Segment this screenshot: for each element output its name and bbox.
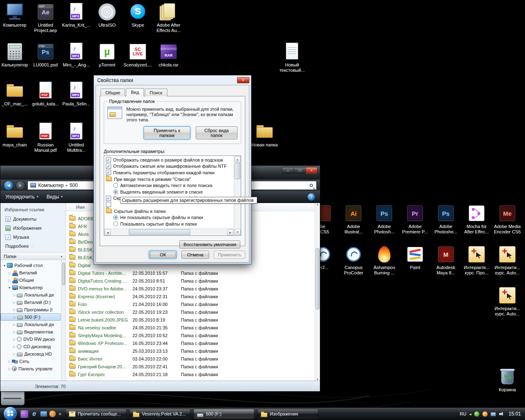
desktop-icon[interactable]: RARchkola.rar bbox=[154, 42, 183, 68]
tree-expander-icon[interactable]: ▷ bbox=[7, 367, 12, 371]
hscrollbar-thumb[interactable] bbox=[129, 229, 190, 235]
desktop-icon[interactable]: Интеракти... курс. Auto... bbox=[493, 286, 522, 317]
desktop-icon[interactable]: SSkype bbox=[123, 2, 153, 28]
desktop-icon[interactable]: ♪MP3Untitled Multitra... bbox=[62, 122, 91, 153]
cancel-button[interactable]: Отмена bbox=[181, 251, 209, 259]
taskbar-task[interactable]: Изображения bbox=[258, 409, 318, 419]
apply-to-folders-button[interactable]: Применить к папкам bbox=[144, 126, 190, 139]
tree-item[interactable]: ▷Программы (l bbox=[0, 306, 61, 313]
desktop-icon[interactable]: Интеракти... курс. Auto... bbox=[493, 245, 522, 276]
tree-item[interactable]: ▷Общие bbox=[0, 276, 61, 284]
radio-button[interactable] bbox=[113, 215, 118, 220]
desktop-icon[interactable]: Canopus ProCoder bbox=[339, 245, 368, 276]
advanced-option[interactable]: Показывать скрытые файлы и папки bbox=[105, 221, 234, 227]
clock[interactable]: 15:01 bbox=[509, 411, 521, 417]
maximize-button[interactable]: □ bbox=[294, 167, 306, 174]
radio-button[interactable] bbox=[113, 189, 118, 194]
tree-scrollbar[interactable] bbox=[61, 260, 66, 381]
minimize-button[interactable]: – bbox=[282, 167, 294, 174]
tree-expander-icon[interactable]: ▷ bbox=[12, 315, 17, 319]
advanced-option[interactable]: Выделять введенный элемент в списке bbox=[105, 189, 234, 195]
tree-item[interactable]: ▾Компьютер bbox=[0, 284, 61, 291]
tree-expander-icon[interactable]: ▾ bbox=[7, 286, 12, 290]
tree-item[interactable]: ▷Сеть bbox=[0, 358, 61, 365]
checkbox[interactable]: ✓ bbox=[106, 164, 111, 169]
radio-button[interactable] bbox=[113, 221, 118, 226]
tree-expander-icon[interactable]: ▷ bbox=[12, 338, 17, 341]
checkbox[interactable]: ✓ bbox=[106, 157, 111, 162]
desktop-icon[interactable]: MeAdobe Media Encoder CS5 bbox=[493, 204, 522, 235]
tree-expander-icon[interactable]: ▷ bbox=[12, 301, 17, 304]
tab-general[interactable]: Общие bbox=[100, 89, 125, 96]
vscrollbar-thumb[interactable] bbox=[235, 163, 240, 179]
desktop-icon[interactable]: Paint bbox=[400, 245, 430, 270]
quicklaunch-overflow-icon[interactable]: » bbox=[59, 411, 62, 417]
favorites-item[interactable]: Изображения bbox=[0, 224, 66, 233]
desktop-icon[interactable]: ♪MP3Paula_Selin... bbox=[62, 81, 91, 107]
organize-button[interactable]: Упорядочить ▾ bbox=[5, 194, 38, 200]
tab-view[interactable]: Вид bbox=[126, 88, 144, 96]
file-row[interactable]: SimplyMaya Modeling...22.05.2010 10:52Па… bbox=[66, 331, 315, 339]
file-row[interactable]: Григорий Бочаров 20...20.05.2010 22:41Па… bbox=[66, 363, 315, 370]
taskbar-task[interactable]: Vesenniy.Polet.VA.2... bbox=[130, 409, 190, 419]
restore-defaults-button[interactable]: Восстановить умолчания bbox=[179, 240, 240, 249]
taskbar-task[interactable]: Прочитать сообще... bbox=[66, 409, 126, 419]
tree-item[interactable]: ▷Виталий (D:) bbox=[0, 299, 61, 306]
tree-expander-icon[interactable]: ▷ bbox=[12, 293, 17, 297]
internet-explorer-icon[interactable]: e bbox=[30, 410, 38, 418]
desktop-icon[interactable]: maya_chain bbox=[0, 122, 30, 148]
file-row[interactable]: Гурт Експрес24.05.2010 21:18Папка с файл… bbox=[66, 370, 315, 378]
language-indicator[interactable]: RU bbox=[460, 411, 466, 416]
file-row[interactable]: DigitalTutors.Creating ...22.05.2010 8:5… bbox=[66, 277, 315, 285]
desktop-icon[interactable]: PrAdobe Premiere P... bbox=[400, 204, 430, 235]
tree-expander-icon[interactable]: ▷ bbox=[12, 345, 17, 349]
desktop-icon[interactable]: Калькулятор bbox=[0, 42, 30, 68]
tray-display-icon[interactable] bbox=[491, 412, 496, 416]
desktop-icon[interactable]: Adobe After Effects Au... bbox=[154, 2, 183, 33]
list-scrollbar-thumb[interactable] bbox=[315, 248, 320, 310]
tree-expander-icon[interactable]: ▷ bbox=[7, 278, 12, 282]
quicklaunch-app-icon[interactable] bbox=[21, 410, 28, 418]
desktop-icon[interactable]: PDFgolubi_kata... bbox=[31, 81, 60, 107]
tray-expand-icon[interactable]: ◂ bbox=[469, 412, 471, 416]
desktop-icon[interactable]: AeAEPUntitled Project.aep bbox=[31, 2, 60, 33]
scroll-up-icon[interactable]: ▲ bbox=[235, 156, 241, 162]
desktop-icon[interactable]: Корзина bbox=[493, 367, 522, 393]
start-button[interactable] bbox=[3, 406, 17, 420]
checkbox[interactable]: ✓ bbox=[106, 170, 111, 175]
tree-item[interactable]: ▷Локальный ди bbox=[0, 321, 61, 328]
close-icon[interactable]: × bbox=[237, 77, 249, 83]
desktop-icon[interactable]: µµTorrent bbox=[92, 42, 122, 68]
dialog-titlebar[interactable]: Свойства папки × bbox=[94, 75, 251, 84]
advanced-option[interactable]: Не показывать скрытые файлы и папки bbox=[105, 214, 234, 221]
desktop-icon[interactable]: _OF_mac_... bbox=[0, 81, 30, 107]
file-row[interactable]: Windows XP Professio...16.05.2010 23:44П… bbox=[66, 339, 315, 347]
scroll-left-icon[interactable]: ◀ bbox=[105, 229, 111, 235]
scroll-right-icon[interactable]: ▶ bbox=[227, 229, 233, 235]
desktop-icon[interactable]: PsPSDLU0001.psd bbox=[31, 42, 60, 68]
breadcrumb-leaf[interactable]: 500 bbox=[70, 183, 78, 188]
tree-item[interactable]: ▷500 (F:) bbox=[0, 313, 61, 321]
file-row[interactable]: Биос Интел03.04.2010 22:00Папка с файлам… bbox=[66, 355, 315, 363]
file-row[interactable]: Express (Козятин)24.05.2010 22:31Папка с… bbox=[66, 292, 315, 300]
advanced-option[interactable]: ✓Помнить параметры отображения каждой па… bbox=[105, 169, 234, 176]
search-box[interactable] bbox=[247, 181, 317, 190]
file-row[interactable]: Letnie.buketi.2009.JPEG20.05.2010 8:19Па… bbox=[66, 316, 315, 324]
tree-expander-icon[interactable]: ▷ bbox=[12, 308, 17, 312]
advanced-option[interactable]: ✓Отображать сведения о размере файлов в … bbox=[105, 157, 234, 163]
tree-expander-icon[interactable]: ▾ bbox=[2, 264, 7, 267]
desktop-icon[interactable]: Mocha for After Effec... bbox=[462, 204, 491, 235]
scroll-down-icon[interactable]: ▼ bbox=[235, 229, 241, 235]
file-row[interactable]: Foto21.04.2010 16:00Папка с файлами bbox=[66, 300, 315, 308]
advanced-option[interactable]: Автоматически вводить текст в поле поиск… bbox=[105, 182, 234, 189]
desktop-icon[interactable]: AiAdobe Illustrat... bbox=[339, 204, 368, 235]
desktop-icon[interactable]: PsAdobe Photosh... bbox=[370, 204, 399, 235]
tree-scrollbar-thumb[interactable] bbox=[62, 262, 65, 285]
checkbox[interactable]: ✓ bbox=[106, 196, 111, 201]
file-row[interactable]: DVD-menus for Adobe...24.05.2010 23:37Па… bbox=[66, 285, 315, 292]
desktop-icon[interactable]: SC LIVEScenalyzerL... bbox=[123, 42, 153, 68]
tree-item[interactable]: ▷DVD RW диско bbox=[0, 336, 61, 343]
file-row[interactable]: анимация25.03.2010 23:13Папка с файлами bbox=[66, 347, 315, 355]
listbox-hscrollbar[interactable]: ◀ ▶ bbox=[104, 228, 234, 235]
tree-item[interactable]: ▷Панель управле bbox=[0, 365, 61, 372]
